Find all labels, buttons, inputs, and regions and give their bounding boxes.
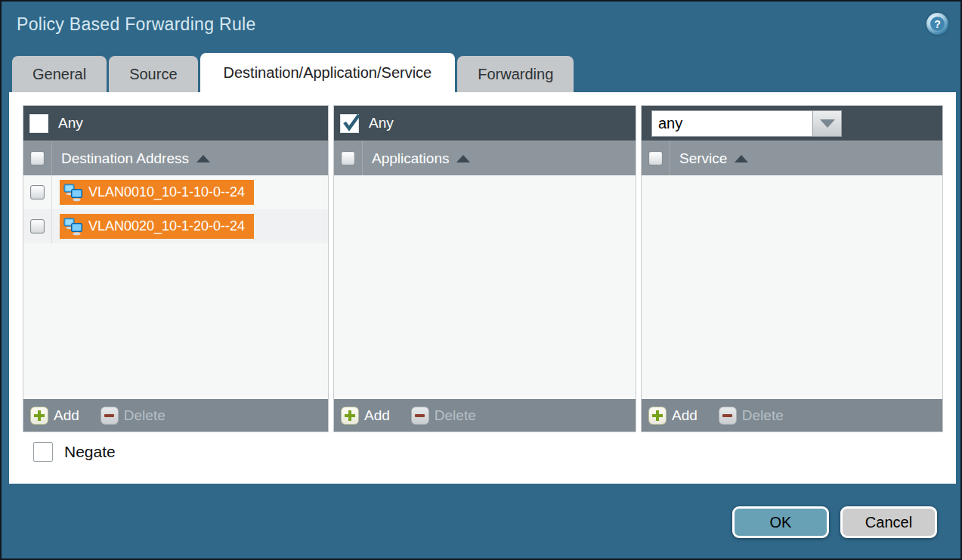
policy-based-forwarding-dialog: Policy Based Forwarding Rule ? General S…: [0, 0, 962, 560]
applications-column-label[interactable]: Applications: [372, 150, 449, 167]
applications-any-bar: Any: [334, 106, 636, 141]
panels-container: Any Destination Address: [23, 105, 943, 432]
applications-list: [334, 175, 636, 398]
destination-selectall-cell: [23, 141, 52, 175]
row-checkbox[interactable]: [30, 185, 45, 200]
negate-option: Negate: [33, 442, 116, 462]
address-object-chip[interactable]: VLAN0010_10-1-10-0--24: [60, 180, 254, 205]
add-icon[interactable]: [341, 407, 359, 425]
service-selectall-checkbox[interactable]: [648, 151, 663, 166]
destination-address-panel: Any Destination Address: [23, 105, 329, 432]
row-checkbox[interactable]: [30, 219, 45, 234]
address-object-icon: [63, 218, 83, 236]
tab-destination-application-service[interactable]: Destination/Application/Service: [200, 53, 456, 92]
address-object-icon: [63, 184, 83, 202]
applications-any-label: Any: [369, 115, 394, 131]
row-checkbox-cell: [23, 209, 52, 243]
delete-icon[interactable]: [411, 407, 429, 425]
applications-selectall-cell: [334, 141, 363, 175]
address-object-label: VLAN0010_10-1-10-0--24: [88, 184, 245, 200]
delete-button[interactable]: Delete: [435, 407, 476, 424]
destination-list: VLAN0010_10-1-10-0--24: [23, 175, 328, 398]
destination-column-label[interactable]: Destination Address: [61, 150, 189, 167]
service-footer-bar: Add Delete: [642, 398, 942, 432]
address-object-chip[interactable]: VLAN0020_10-1-20-0--24: [60, 214, 254, 239]
applications-column-header: Applications: [334, 141, 636, 175]
sort-ascending-icon[interactable]: [196, 155, 210, 162]
applications-any-checkbox[interactable]: [340, 114, 359, 133]
service-dropdown-button[interactable]: [813, 110, 842, 137]
applications-panel: Any Applications Add Delete: [333, 105, 636, 432]
delete-button[interactable]: Delete: [124, 407, 165, 424]
service-dropdown-input[interactable]: [651, 110, 813, 137]
tab-source[interactable]: Source: [109, 56, 197, 92]
row-checkbox-cell: [23, 175, 52, 209]
sort-ascending-icon[interactable]: [735, 155, 748, 162]
destination-footer-bar: Add Delete: [23, 398, 328, 432]
service-list: [642, 175, 942, 398]
destination-any-checkbox[interactable]: [29, 114, 48, 133]
dialog-title: Policy Based Forwarding Rule: [17, 14, 256, 35]
delete-icon[interactable]: [101, 407, 119, 425]
destination-selectall-checkbox[interactable]: [30, 151, 45, 166]
service-dropdown-bar: [642, 106, 942, 141]
negate-checkbox[interactable]: [33, 442, 53, 462]
delete-icon[interactable]: [719, 407, 737, 425]
tab-general[interactable]: General: [12, 56, 107, 92]
chevron-down-icon: [820, 119, 835, 128]
address-object-label: VLAN0020_10-1-20-0--24: [88, 218, 245, 234]
service-combo: [651, 110, 842, 137]
service-selectall-cell: [642, 141, 670, 175]
service-column-header: Service: [642, 141, 942, 175]
add-button[interactable]: Add: [54, 407, 79, 424]
service-column-label[interactable]: Service: [679, 150, 727, 167]
sort-ascending-icon[interactable]: [456, 155, 470, 162]
table-row: VLAN0010_10-1-10-0--24: [23, 175, 328, 209]
table-row: VLAN0020_10-1-20-0--24: [23, 209, 328, 243]
cancel-button[interactable]: Cancel: [840, 506, 937, 538]
negate-label: Negate: [64, 443, 116, 461]
checkmark-icon: [342, 113, 362, 133]
tab-content-area: Any Destination Address: [9, 92, 956, 484]
applications-footer-bar: Add Delete: [334, 398, 636, 432]
add-button[interactable]: Add: [672, 407, 698, 424]
service-panel: Service Add Delete: [641, 105, 943, 432]
add-icon[interactable]: [648, 407, 667, 425]
delete-button[interactable]: Delete: [742, 407, 784, 424]
destination-column-header: Destination Address: [23, 141, 328, 175]
applications-selectall-checkbox[interactable]: [341, 151, 355, 166]
tab-bar: General Source Destination/Application/S…: [12, 53, 574, 92]
help-icon[interactable]: ?: [926, 13, 948, 35]
ok-button[interactable]: OK: [732, 506, 829, 538]
add-icon[interactable]: [30, 407, 48, 425]
destination-any-bar: Any: [23, 106, 328, 141]
tab-forwarding[interactable]: Forwarding: [457, 56, 574, 92]
question-mark-glyph: ?: [930, 17, 945, 31]
destination-any-label: Any: [58, 115, 83, 131]
add-button[interactable]: Add: [364, 407, 390, 424]
